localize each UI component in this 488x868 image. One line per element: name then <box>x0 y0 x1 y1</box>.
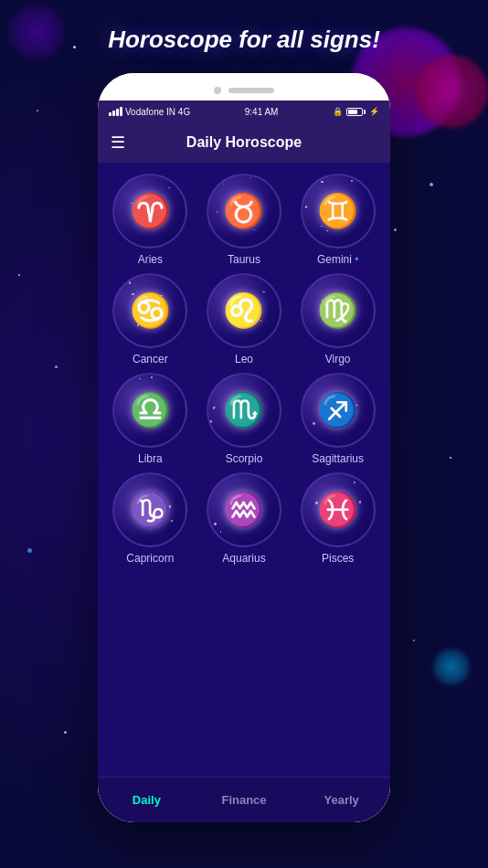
nav-label-finance: Finance <box>221 793 266 807</box>
sign-name-pisces: Pisces <box>322 552 354 565</box>
sign-symbol-sagittarius: ♐ <box>317 391 358 429</box>
sign-name-sagittarius: Sagittarius <box>312 452 364 465</box>
battery-icon <box>346 108 366 116</box>
sign-symbol-virgo: ♍ <box>317 291 358 330</box>
bottom-nav: Daily Finance Yearly <box>98 777 390 822</box>
phone-top-decoration <box>98 73 390 101</box>
star <box>430 183 433 186</box>
charging-icon: ⚡ <box>369 107 379 116</box>
sign-circle-scorpio: ♏ <box>207 373 281 448</box>
star <box>394 228 397 231</box>
sign-circle-cancer: ♋ <box>112 273 187 348</box>
status-bar: Vodafone IN 4G 9:41 AM 🔒 ⚡ <box>98 101 390 122</box>
star <box>27 548 32 553</box>
sign-item-cancer[interactable]: ♋Cancer <box>107 273 194 365</box>
nav-label-yearly: Yearly <box>324 793 359 807</box>
sign-item-aquarius[interactable]: ♒Aquarius <box>201 472 288 565</box>
status-left: Vodafone IN 4G <box>109 107 190 117</box>
signal-bar-3 <box>116 109 119 116</box>
app-header: ☰ Daily Horoscope <box>98 122 390 163</box>
signal-bar-1 <box>109 112 111 116</box>
sign-item-taurus[interactable]: ♉Taurus <box>201 174 288 266</box>
sign-symbol-libra: ♎ <box>130 391 171 429</box>
star <box>18 274 20 276</box>
sign-symbol-taurus: ♉ <box>223 192 264 230</box>
sign-symbol-leo: ♌ <box>223 291 264 330</box>
sign-name-aries: Aries <box>138 253 163 266</box>
nav-label-daily: Daily <box>133 793 161 807</box>
signs-container: ♈Aries♉Taurus♊Gemini♋Cancer♌Leo♍Virgo♎Li… <box>98 163 390 777</box>
sign-item-virgo[interactable]: ♍Virgo <box>294 273 381 365</box>
star <box>450 457 451 459</box>
phone-camera <box>214 87 221 94</box>
sign-item-sagittarius[interactable]: ♐Sagittarius <box>294 373 381 465</box>
sign-symbol-scorpio: ♏ <box>223 391 264 429</box>
signal-bars <box>109 107 122 116</box>
sign-item-pisces[interactable]: ♓Pisces <box>294 472 381 565</box>
carrier-text: Vodafone IN 4G <box>125 107 190 117</box>
signal-bar-2 <box>112 111 115 116</box>
star <box>55 365 58 368</box>
sign-item-gemini[interactable]: ♊Gemini <box>294 174 381 266</box>
sign-name-capricorn: Capricorn <box>126 552 174 565</box>
signs-grid: ♈Aries♉Taurus♊Gemini♋Cancer♌Leo♍Virgo♎Li… <box>107 174 381 565</box>
sign-symbol-pisces: ♓ <box>317 491 358 529</box>
phone-frame: Vodafone IN 4G 9:41 AM 🔒 ⚡ ☰ Daily Horos… <box>98 73 390 822</box>
sign-name-aquarius: Aquarius <box>222 552 265 565</box>
sign-item-libra[interactable]: ♎Libra <box>107 373 194 465</box>
sign-item-scorpio[interactable]: ♏Scorpio <box>201 373 288 465</box>
nav-item-daily[interactable]: Daily <box>98 778 196 822</box>
app-title: Daily Horoscope <box>186 134 302 151</box>
nav-item-finance[interactable]: Finance <box>196 778 293 822</box>
sign-symbol-capricorn: ♑ <box>130 491 171 529</box>
main-title: Horoscope for all signs! <box>0 26 488 54</box>
status-time: 9:41 AM <box>245 107 279 117</box>
sign-circle-sagittarius: ♐ <box>301 373 376 448</box>
sign-circle-virgo: ♍ <box>301 273 376 348</box>
sign-circle-leo: ♌ <box>207 273 281 348</box>
bg-orb-4 <box>433 649 470 685</box>
sign-item-leo[interactable]: ♌Leo <box>201 273 288 365</box>
sign-item-aries[interactable]: ♈Aries <box>107 174 194 266</box>
sign-symbol-aries: ♈ <box>130 192 171 230</box>
sign-symbol-gemini: ♊ <box>317 192 358 230</box>
star <box>37 110 38 111</box>
sign-circle-capricorn: ♑ <box>112 472 187 547</box>
bg-orb-2 <box>415 55 488 128</box>
sign-name-virgo: Virgo <box>325 353 351 365</box>
sign-circle-pisces: ♓ <box>301 472 376 547</box>
sign-symbol-aquarius: ♒ <box>223 491 264 529</box>
sign-name-libra: Libra <box>138 452 163 465</box>
star <box>64 731 67 734</box>
sign-name-gemini: Gemini <box>317 253 359 266</box>
sign-circle-taurus: ♉ <box>207 174 281 249</box>
sign-circle-libra: ♎ <box>112 373 187 448</box>
signal-bar-4 <box>120 107 122 116</box>
menu-icon[interactable]: ☰ <box>111 132 125 153</box>
lock-icon: 🔒 <box>333 107 343 116</box>
sign-symbol-cancer: ♋ <box>130 291 171 330</box>
sign-circle-aries: ♈ <box>112 174 187 249</box>
sign-item-capricorn[interactable]: ♑Capricorn <box>107 472 194 565</box>
sign-name-scorpio: Scorpio <box>226 452 263 465</box>
sign-circle-aquarius: ♒ <box>207 472 281 547</box>
phone-speaker <box>228 88 274 93</box>
sign-name-taurus: Taurus <box>228 253 260 266</box>
sign-circle-gemini: ♊ <box>301 174 376 249</box>
sign-name-leo: Leo <box>235 353 253 365</box>
sign-name-cancer: Cancer <box>133 353 168 365</box>
phone-inner: Vodafone IN 4G 9:41 AM 🔒 ⚡ ☰ Daily Horos… <box>98 101 390 822</box>
status-right: 🔒 ⚡ <box>333 107 379 116</box>
star <box>413 640 415 641</box>
